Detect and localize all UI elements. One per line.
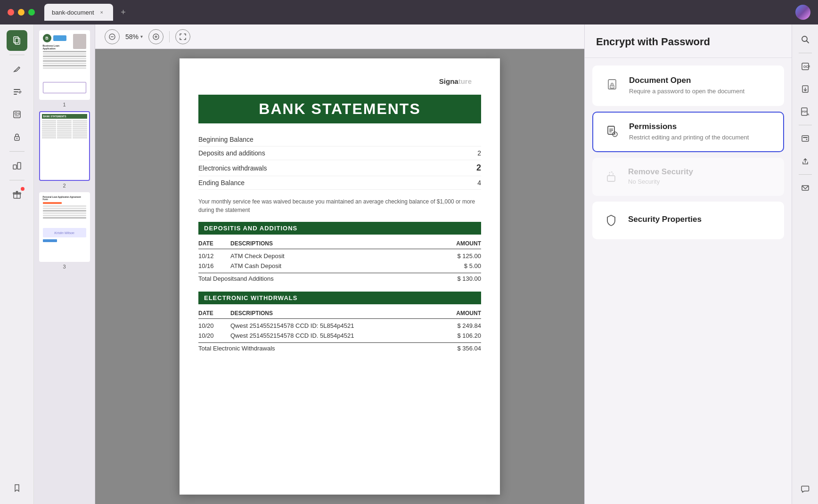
bank-note: Your monthly service fee was waived beca… xyxy=(198,197,481,214)
permissions-desc: Restrict editing and printing of the doc… xyxy=(629,133,749,142)
far-right-ocr[interactable]: OCR xyxy=(796,57,815,76)
security-properties-text: Security Properties xyxy=(628,215,702,226)
pdf-viewer: 58% ▾ xyxy=(95,24,584,504)
thumb-frame-2: BANK STATEMENTS xyxy=(39,111,90,181)
zoom-display[interactable]: 58% ▾ xyxy=(125,33,143,41)
bank-summary-section: Beginning Balance Deposits and additions… xyxy=(198,133,481,190)
thumb-label-3: 3 xyxy=(63,264,65,269)
document-open-option[interactable]: Document Open Require a password to open… xyxy=(592,65,784,106)
svg-rect-0 xyxy=(14,37,18,43)
far-right-sidebar: OCR PDF /A xyxy=(792,24,818,504)
bank-row-deposits: Deposits and additions 2 xyxy=(198,146,481,160)
thumb-photo xyxy=(73,34,86,49)
tab-close-button[interactable]: × xyxy=(98,8,106,16)
pdfa-icon: PDF /A xyxy=(800,106,810,117)
new-tab-button[interactable]: + xyxy=(117,6,130,19)
withdrawals-date-1: 10/20 xyxy=(198,322,227,329)
sidebar-item-bookmark[interactable] xyxy=(7,478,27,498)
deposits-header: DEPOSITIS AND ADDITIONS xyxy=(198,222,481,235)
search-icon xyxy=(801,35,810,44)
withdrawals-header: ELECTRONIC WITHDRWALS xyxy=(198,292,481,304)
comment-icon xyxy=(801,484,810,494)
pdf-content[interactable]: Signature BANK STATEMENTS Beginning Bala… xyxy=(95,49,584,504)
deposits-total-row: Total Depositsand Additions $ 130.00 xyxy=(198,273,481,284)
remove-security-text: Remove Security No Security xyxy=(628,167,693,186)
deposits-total-value: $ 130.00 xyxy=(457,275,481,282)
bank-row-electronics: Electronics withdrawals 2 xyxy=(198,160,481,176)
maximize-button[interactable] xyxy=(28,9,35,16)
bank-row-value-electronics: 2 xyxy=(476,163,481,173)
bank-row-value-deposits: 2 xyxy=(477,149,481,157)
withdrawals-col-desc: DESCRIPTIONS xyxy=(227,310,443,317)
thumbnail-panel: B Business LoanApplication xyxy=(34,24,95,504)
sidebar-item-annotate[interactable] xyxy=(7,59,27,80)
svg-rect-6 xyxy=(15,113,17,114)
gift-icon xyxy=(12,189,22,200)
withdrawals-col-headers: DATE DESCRIPTIONS AMOUNT xyxy=(198,308,481,319)
security-properties-title: Security Properties xyxy=(628,215,702,224)
svg-point-24 xyxy=(612,86,613,87)
thumbnail-page-2[interactable]: BANK STATEMENTS 2 xyxy=(38,111,91,188)
remove-security-option[interactable]: Remove Security No Security xyxy=(592,158,784,195)
protect-icon xyxy=(12,132,22,142)
permissions-option[interactable]: Permissions Restrict editing and printin… xyxy=(592,112,784,152)
svg-text:OCR: OCR xyxy=(803,65,810,68)
close-button[interactable] xyxy=(8,9,14,16)
sidebar-item-gift[interactable] xyxy=(7,184,27,205)
zoom-value: 58% xyxy=(125,33,139,41)
far-right-comment[interactable] xyxy=(796,480,815,498)
far-right-bottom xyxy=(796,480,815,498)
far-right-div-3 xyxy=(799,174,812,175)
tab-bank-document[interactable]: bank-document × xyxy=(44,4,113,21)
thumb-label-1: 1 xyxy=(63,102,65,107)
minimize-button[interactable] xyxy=(18,9,25,16)
thumbnail-page-3[interactable]: Personal Loan Application Agreement Form… xyxy=(38,192,91,269)
thumb-signature-box xyxy=(43,82,86,93)
deposits-col-amount: AMOUNT xyxy=(443,240,481,247)
withdrawals-amount-2: $ 106.20 xyxy=(443,332,481,339)
withdrawals-row-1: 10/20 Qwest 2514552154578 CCD ID: 5L854p… xyxy=(198,321,481,331)
far-right-extract[interactable] xyxy=(796,80,815,98)
far-right-search[interactable] xyxy=(796,30,815,49)
sidebar-item-pages[interactable] xyxy=(7,30,27,51)
thumb-p3-title: Personal Loan Application Agreement Form xyxy=(43,196,86,201)
far-right-redact[interactable] xyxy=(796,129,815,148)
deposits-col-desc: DESCRIPTIONS xyxy=(227,240,443,247)
plus-icon xyxy=(153,33,159,40)
zoom-out-button[interactable] xyxy=(105,29,120,44)
bank-row-beginning: Beginning Balance xyxy=(198,133,481,146)
remove-security-desc: No Security xyxy=(628,178,693,186)
sidebar-item-forms[interactable] xyxy=(7,104,27,125)
zoom-in-button[interactable] xyxy=(148,29,164,44)
far-right-email[interactable] xyxy=(796,179,815,197)
withdrawals-total-row: Total Electronic Withdrawals $ 356.04 xyxy=(198,342,481,354)
withdrawals-desc-1: Qwest 2514552154578 CCD ID: 5L854p4521 xyxy=(227,322,443,329)
far-right-share[interactable] xyxy=(796,152,815,171)
thumb-highlight xyxy=(43,202,62,204)
remove-security-icon xyxy=(602,167,621,186)
thumbnail-page-1[interactable]: B Business LoanApplication xyxy=(38,30,91,107)
deposits-col-date: DATE xyxy=(198,240,227,247)
sidebar-item-organize[interactable] xyxy=(7,155,27,176)
fit-to-page-button[interactable] xyxy=(175,29,190,44)
deposits-date-2: 10/16 xyxy=(198,262,227,269)
thumb-content-1: B Business LoanApplication xyxy=(40,31,89,99)
bank-row-value-ending: 4 xyxy=(477,179,481,187)
sidebar-item-edit[interactable] xyxy=(7,81,27,102)
fit-icon xyxy=(179,33,187,41)
right-panel-title: Encrypt with Password xyxy=(596,36,780,48)
permissions-text: Permissions Restrict editing and printin… xyxy=(629,122,749,142)
deposits-row-2: 10/16 ATM Cash Deposit $ 5.00 xyxy=(198,261,481,271)
document-open-text: Document Open Require a password to open… xyxy=(629,76,744,96)
thumb-signature-btn xyxy=(43,239,57,242)
security-properties-option[interactable]: Security Properties xyxy=(592,202,784,239)
withdrawals-row-2: 10/20 Qwest 2514552154578 CCD ID. 5L854p… xyxy=(198,331,481,341)
deposits-amount-2: $ 5.00 xyxy=(443,262,481,269)
notification-dot xyxy=(21,187,25,191)
svg-rect-3 xyxy=(14,91,18,92)
svg-rect-1 xyxy=(15,38,20,44)
document-open-icon xyxy=(603,76,622,95)
sidebar-item-protect[interactable] xyxy=(7,127,27,147)
far-right-pdfa[interactable]: PDF /A xyxy=(796,102,815,121)
user-avatar[interactable] xyxy=(795,5,810,20)
